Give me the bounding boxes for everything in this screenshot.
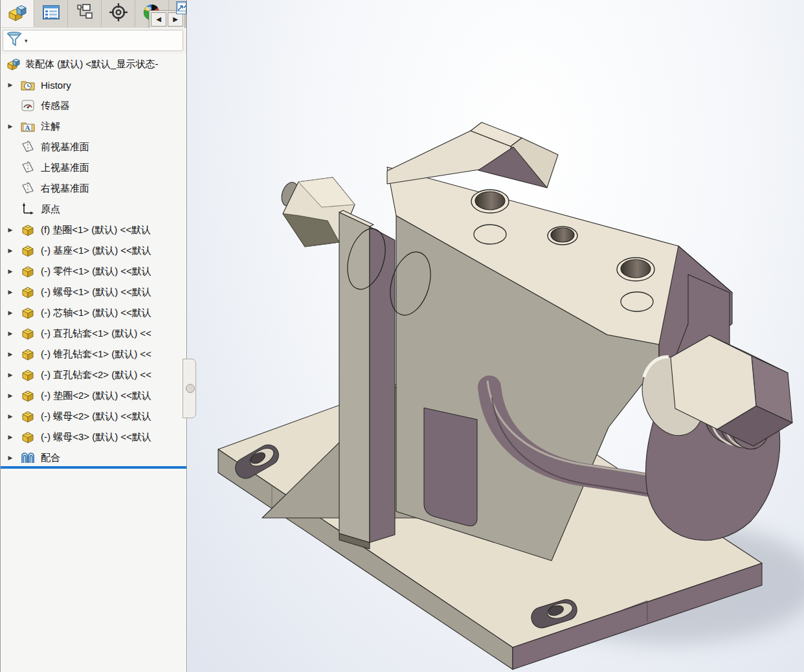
pane-split-icon[interactable]	[176, 1, 186, 14]
tree-item-top-plane[interactable]: 上视基准面	[1, 157, 186, 178]
expand-arrow-icon[interactable]: ▶	[1, 351, 20, 357]
expand-arrow-icon[interactable]: ▶	[1, 413, 20, 420]
expand-arrow-icon[interactable]: ▶	[1, 330, 20, 337]
filter-caret-icon[interactable]: ▾	[25, 38, 28, 44]
expand-arrow-icon[interactable]: ▶	[1, 82, 20, 88]
part-icon	[20, 223, 36, 237]
part-icon	[20, 306, 36, 320]
splitter-grip-icon	[186, 384, 195, 393]
history-folder-icon	[20, 78, 36, 92]
assembly-design-tree-icon	[6, 2, 28, 25]
cad-model-canvas	[188, 0, 804, 672]
filter-funnel-icon	[6, 31, 23, 50]
dimxpert-manager-icon	[108, 3, 129, 25]
tree-pane-divider[interactable]	[1, 466, 186, 469]
part-icon	[20, 388, 36, 403]
tab-dimxpert-manager[interactable]	[102, 0, 135, 27]
tab-feature-tree[interactable]	[1, 0, 34, 27]
tree-item-component[interactable]: ▶ (-) 锥孔钻套<1> (默认) <<	[1, 344, 186, 364]
plane-icon	[20, 181, 36, 196]
svg-text:A: A	[25, 124, 30, 131]
tree-root-label: 装配体 (默认) <默认_显示状态-	[25, 58, 158, 71]
tree-item-origin[interactable]: 原点	[1, 199, 186, 219]
tree-item-front-plane[interactable]: 前视基准面	[1, 137, 186, 157]
graphics-viewport[interactable]	[188, 0, 804, 672]
expand-arrow-icon[interactable]: ▶	[1, 227, 20, 233]
tree-item-component[interactable]: ▶ (-) 垫圈<2> (默认) <<默认	[1, 385, 186, 406]
expand-arrow-icon[interactable]: ▶	[1, 454, 20, 461]
expand-arrow-icon[interactable]: ▶	[1, 123, 20, 129]
tree-filter-input[interactable]: ▾	[3, 30, 183, 51]
tree-item-component[interactable]: ▶ (-) 螺母<3> (默认) <<默认	[1, 427, 186, 447]
tab-scroll-left-button[interactable]: ◀	[151, 12, 166, 27]
expand-arrow-icon[interactable]: ▶	[1, 268, 20, 274]
sensors-icon	[20, 98, 36, 113]
part-icon	[20, 368, 36, 382]
feature-tree: 装配体 (默认) <默认_显示状态- ▶ History	[1, 54, 186, 468]
tree-item-component[interactable]: ▶ (-) 直孔钻套<2> (默认) <<	[1, 364, 186, 385]
tree-item-component[interactable]: ▶ (f) 垫圈<1> (默认) <<默认	[1, 219, 186, 240]
plane-icon	[20, 140, 36, 154]
tab-scroll-right-button[interactable]: ▶	[168, 12, 183, 27]
tree-item-history[interactable]: ▶ History	[1, 74, 186, 95]
tab-display-manager[interactable]	[68, 0, 102, 27]
expand-arrow-icon[interactable]: ▶	[1, 247, 20, 254]
feature-manager-icon	[41, 3, 61, 24]
expand-arrow-icon[interactable]: ▶	[1, 309, 20, 316]
part-icon	[20, 326, 36, 341]
feature-manager-panel: ◀ ▶ ▾	[0, 0, 187, 672]
part-icon	[20, 409, 36, 423]
tree-item-component[interactable]: ▶ (-) 螺母<1> (默认) <<默认	[1, 282, 186, 302]
expand-arrow-icon[interactable]: ▶	[1, 372, 20, 378]
tree-item-sensors[interactable]: 传感器	[1, 95, 186, 116]
annotations-folder-icon: A	[20, 119, 36, 133]
tab-feature-manager[interactable]	[34, 0, 68, 27]
part-icon	[20, 285, 36, 299]
expand-arrow-icon[interactable]: ▶	[1, 392, 20, 399]
tree-item-annotations[interactable]: ▶ A 注解	[1, 116, 186, 137]
tree-root-assembly[interactable]: 装配体 (默认) <默认_显示状态-	[1, 54, 186, 74]
part-icon	[20, 264, 36, 278]
part-icon	[20, 243, 36, 258]
tree-item-mates[interactable]: ▶ 配合	[1, 447, 186, 468]
filter-bar: ▾	[1, 28, 186, 54]
origin-icon	[20, 202, 36, 216]
panel-splitter-handle[interactable]	[183, 359, 196, 418]
assembly-icon	[6, 57, 21, 71]
tree-item-component[interactable]: ▶ (-) 零件<1> (默认) <<默认	[1, 261, 186, 282]
tree-item-component[interactable]: ▶ (-) 直孔钻套<1> (默认) <<	[1, 323, 186, 344]
part-icon	[20, 347, 36, 361]
tree-item-component[interactable]: ▶ (-) 基座<1> (默认) <<默认	[1, 240, 186, 261]
panel-tab-bar: ◀ ▶	[1, 0, 186, 28]
part-icon	[20, 430, 36, 444]
tree-item-component[interactable]: ▶ (-) 芯轴<1> (默认) <<默认	[1, 302, 186, 323]
expand-arrow-icon[interactable]: ▶	[1, 289, 20, 295]
tree-item-right-plane[interactable]: 右视基准面	[1, 178, 186, 199]
mates-paperclip-icon	[20, 451, 36, 465]
expand-arrow-icon[interactable]: ▶	[1, 434, 20, 440]
display-manager-icon	[75, 3, 95, 24]
tree-item-component[interactable]: ▶ (-) 螺母<2> (默认) <<默认	[1, 406, 186, 427]
plane-icon	[20, 161, 36, 175]
solidworks-window: ◀ ▶ ▾	[0, 0, 804, 672]
